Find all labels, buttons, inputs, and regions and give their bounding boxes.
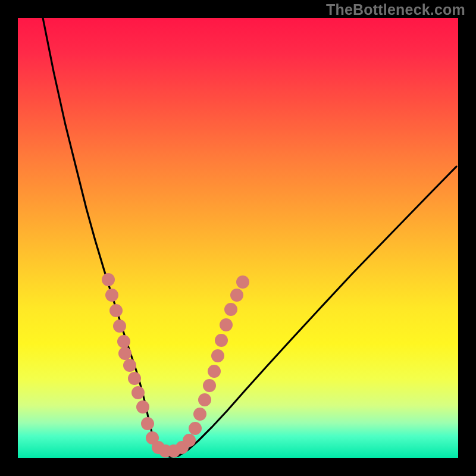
chart-frame: TheBottleneck.com (0, 0, 476, 476)
curve-marker-dot (113, 320, 126, 333)
curve-marker-dot (220, 318, 233, 331)
watermark-text: TheBottleneck.com (326, 1, 465, 18)
curve-markers (102, 273, 249, 458)
curve-marker-dot (136, 400, 149, 414)
chart-svg (18, 18, 458, 458)
curve-marker-dot (189, 422, 202, 435)
curve-marker-dot (128, 372, 141, 385)
curve-marker-dot (183, 434, 196, 447)
curve-marker-dot (208, 365, 221, 378)
curve-marker-dot (211, 349, 224, 362)
curve-marker-dot (117, 335, 130, 348)
curve-marker-dot (236, 275, 249, 289)
curve-marker-dot (102, 273, 115, 286)
curve-marker-dot (123, 359, 136, 372)
curve-marker-dot (118, 347, 131, 360)
curve-marker-dot (198, 393, 211, 406)
curve-marker-dot (131, 386, 145, 399)
curve-marker-dot (215, 334, 228, 347)
curve-marker-dot (141, 417, 154, 430)
curve-marker-dot (224, 303, 237, 316)
chart-plot-area (18, 18, 458, 458)
curve-marker-dot (203, 379, 216, 392)
curve-marker-dot (109, 304, 123, 317)
curve-marker-dot (193, 408, 206, 421)
curve-marker-dot (105, 289, 118, 302)
curve-marker-dot (230, 289, 243, 302)
bottleneck-curve (43, 18, 456, 457)
